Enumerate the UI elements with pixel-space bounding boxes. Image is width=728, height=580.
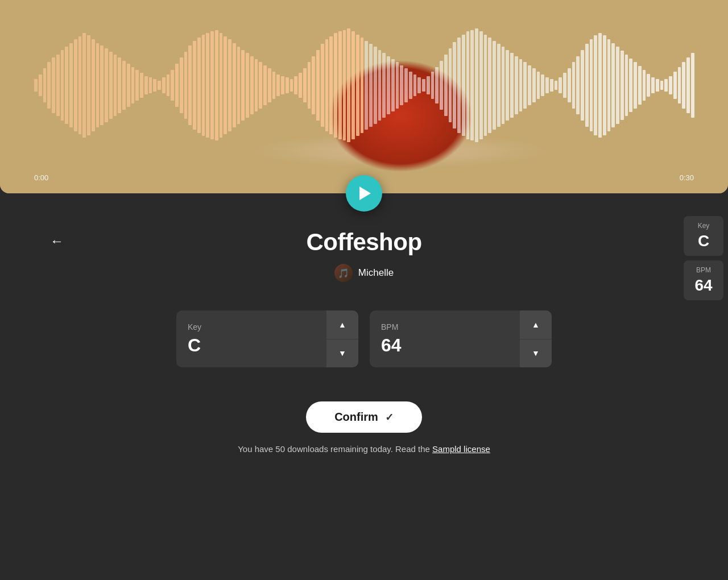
waveform-bar <box>431 72 435 100</box>
key-label: Key <box>188 322 315 332</box>
confirm-button[interactable]: Confirm ✓ <box>306 401 422 433</box>
main-content: ← Coffeshop 🎵 Michelle Key C ▲ ▼ BPM 64 <box>0 212 728 580</box>
waveform-bar <box>299 73 302 97</box>
play-button-wrap <box>346 175 382 212</box>
confirm-label: Confirm <box>334 411 378 424</box>
waveform-bar <box>387 56 390 115</box>
waveform-bar <box>396 62 399 108</box>
waveform-bar <box>382 53 386 118</box>
waveform-bar <box>272 72 276 100</box>
waveform-bar <box>669 76 672 94</box>
artist-row: 🎵 Michelle <box>334 264 394 282</box>
waveform-bar <box>149 77 152 93</box>
waveform-bar <box>316 50 320 121</box>
waveform-bar <box>343 30 346 141</box>
artist-avatar: 🎵 <box>334 264 353 282</box>
waveform-bar <box>462 35 465 136</box>
key-up-button[interactable]: ▲ <box>326 310 358 339</box>
waveform-bar <box>220 33 223 138</box>
waveform-bar <box>303 68 307 102</box>
waveform-bar <box>417 77 421 93</box>
waveform-bar <box>135 70 139 101</box>
waveform-bar <box>603 35 606 135</box>
waveform-bar <box>374 47 377 123</box>
waveform-bar <box>598 33 602 138</box>
key-info: Key C <box>176 310 326 367</box>
waveform-bar <box>479 31 483 139</box>
waveform-bar <box>585 44 589 127</box>
bpm-control-box: BPM 64 ▲ ▼ <box>370 310 552 367</box>
back-button[interactable]: ← <box>46 229 68 254</box>
waveform-bar <box>391 59 395 111</box>
waveform-bar <box>96 43 100 128</box>
controls-row: Key C ▲ ▼ BPM 64 ▲ ▼ <box>176 310 552 367</box>
waveform-bar <box>660 81 664 90</box>
waveform-bar <box>61 50 64 121</box>
waveform-bar <box>250 56 254 115</box>
waveform-bar <box>268 68 271 102</box>
waveform-bar <box>365 41 368 130</box>
bpm-label: BPM <box>381 322 508 332</box>
side-bpm-label: BPM <box>693 266 714 274</box>
sampld-license-link[interactable]: Sampld license <box>432 444 490 454</box>
bpm-value: 64 <box>381 335 508 356</box>
waveform-bar <box>197 38 201 133</box>
waveform-bar <box>453 42 456 128</box>
waveform-bar <box>572 62 576 108</box>
bpm-info: BPM 64 <box>370 310 520 367</box>
waveform-bar <box>568 68 571 102</box>
waveform-bar <box>241 50 245 121</box>
waveform-bar <box>140 73 143 97</box>
waveform-bar <box>347 28 350 142</box>
bpm-arrows: ▲ ▼ <box>520 310 552 367</box>
waveform-bar <box>678 67 681 104</box>
waveform-bar <box>153 79 156 92</box>
waveform-bar <box>329 36 333 135</box>
waveform-bar <box>643 70 646 101</box>
waveform-bar <box>651 77 655 93</box>
waveform-bar <box>43 68 47 102</box>
waveform-bar <box>312 56 315 115</box>
waveform-bar <box>114 55 117 116</box>
waveform-bar <box>691 53 694 118</box>
waveform-bar <box>224 36 227 135</box>
waveform-bar <box>537 72 540 100</box>
waveform-bar <box>162 77 166 93</box>
waveform-bar <box>493 41 496 130</box>
waveform-bar <box>263 65 267 105</box>
bpm-up-button[interactable]: ▲ <box>520 310 552 339</box>
play-button[interactable] <box>346 175 382 212</box>
waveform-bar <box>532 68 536 102</box>
waveform-bar <box>506 50 509 121</box>
waveform-bar <box>276 74 280 96</box>
waveform-bar <box>634 62 637 108</box>
waveform-bar <box>515 56 518 115</box>
waveform-bar <box>409 72 412 100</box>
waveform-bar <box>171 70 174 101</box>
waveform-bar <box>210 31 214 139</box>
waveform-bar <box>39 74 42 96</box>
key-down-button[interactable]: ▼ <box>326 339 358 368</box>
side-bpm-badge: BPM 64 <box>684 260 723 300</box>
waveform-bar <box>351 31 355 139</box>
waveform-bar <box>175 64 179 107</box>
waveform-bar <box>502 47 505 123</box>
waveform-bar <box>255 59 258 111</box>
waveform-bar <box>594 35 597 135</box>
waveform-bar <box>625 55 628 116</box>
bpm-down-button[interactable]: ▼ <box>520 339 552 368</box>
waveform-bar <box>246 53 249 118</box>
waveform-bar <box>435 67 439 104</box>
waveform-bar <box>664 79 668 92</box>
waveform-bar <box>87 35 90 135</box>
waveform-bar <box>488 38 491 133</box>
waveform-bar <box>466 31 470 139</box>
waveform-bar <box>621 51 624 120</box>
waveform-bar <box>34 79 38 92</box>
waveform-bar <box>559 77 562 93</box>
waveform-bar <box>233 43 236 128</box>
waveform-bar <box>404 68 408 102</box>
time-end: 0:30 <box>680 173 694 182</box>
waveform-bar <box>475 28 478 142</box>
waveform-bar <box>638 66 642 105</box>
